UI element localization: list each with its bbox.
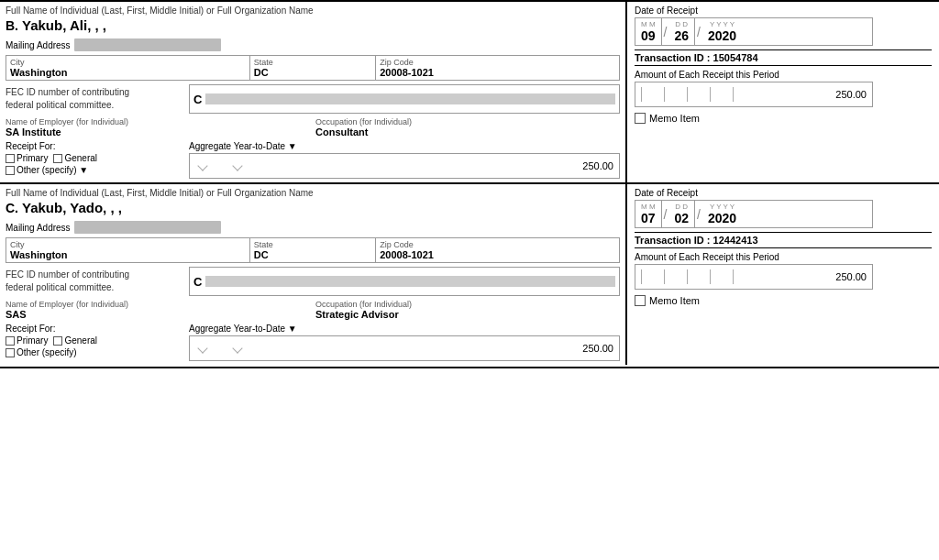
occ-block-c: Occupation (for Individual) Strategic Ad…: [315, 300, 620, 320]
date-yyyy-value-c: 2020: [708, 211, 736, 225]
cb-box-other-b: [6, 166, 15, 175]
agg-value-c: 250.00: [582, 343, 613, 354]
fec-c-c: C: [193, 275, 202, 289]
record-c: Full Name of Individual (Last, First, Mi…: [0, 182, 939, 365]
full-name-label-b: Full Name of Individual (Last, First, Mi…: [6, 5, 620, 16]
city-cell-b: City Washington: [6, 56, 250, 80]
city-cell-c: City Washington: [6, 238, 250, 262]
page: Full Name of Individual (Last, First, Mi…: [0, 0, 939, 560]
amount-ticks-b: [635, 82, 734, 106]
receipt-agg-row-b: Receipt For: Primary General: [6, 141, 620, 179]
agg-label-c: Aggregate Year-to-Date ▼: [189, 324, 620, 334]
date-box-c: M M 07 / D D 02 / Y Y Y Y 2020: [635, 200, 873, 228]
cb-box-general-b: [53, 154, 62, 163]
date-dd-mini-b: D D: [674, 20, 689, 28]
redacted-address-b: [74, 38, 221, 51]
employer-label-c: Name of Employer (for Individual): [6, 300, 310, 309]
zip-cell-c: Zip Code 20008-1021: [376, 238, 619, 262]
agg-ticks-b: [190, 154, 582, 178]
zip-label-c: Zip Code: [380, 240, 615, 249]
fec-inner-bar-b: [205, 93, 615, 104]
occ-value-c: Strategic Advisor: [315, 309, 620, 320]
checkbox-other-label-b: Other (specify) ▼: [17, 165, 88, 175]
amount-value-c: 250.00: [835, 271, 867, 282]
record-b-right: Date of Receipt M M 09 / D D 26 / Y Y Y …: [627, 2, 939, 182]
date-mm-mini-c: M M: [641, 203, 656, 211]
state-value-b: DC: [254, 67, 371, 78]
slash1-c: /: [662, 207, 669, 222]
date-mm-cell-b: M M 09: [635, 18, 662, 45]
receipt-for-label-c: Receipt For:: [6, 324, 189, 334]
city-value-c: Washington: [10, 249, 246, 260]
agg-value-b: 250.00: [582, 160, 613, 171]
employer-occ-row-b: Name of Employer (for Individual) SA Ins…: [6, 117, 620, 137]
amount-box-c: 250.00: [635, 264, 873, 290]
zip-cell-b: Zip Code 20008-1021: [376, 56, 619, 80]
checkbox-other-b: Other (specify) ▼: [6, 165, 88, 175]
checkbox-primary-b: Primary: [6, 153, 48, 163]
full-name-label-c: Full Name of Individual (Last, First, Mi…: [6, 188, 620, 198]
date-receipt-label-b: Date of Receipt: [635, 5, 932, 16]
state-label-b: State: [254, 58, 371, 67]
date-dd-mini-c: D D: [674, 203, 689, 211]
date-yy-mini-b: Y Y Y Y: [708, 20, 736, 28]
checkbox-other-c: Other (specify): [6, 347, 77, 357]
occ-label-b: Occupation (for Individual): [315, 117, 620, 126]
date-receipt-label-c: Date of Receipt: [635, 188, 932, 198]
redacted-address-c: [74, 221, 221, 234]
city-state-zip-c: City Washington State DC Zip Code 20008-…: [6, 237, 620, 263]
employer-label-b: Name of Employer (for Individual): [6, 117, 310, 126]
transaction-id-c: Transaction ID : 12442413: [635, 232, 932, 248]
fec-input-c: C: [189, 267, 620, 296]
amount-box-b: 250.00: [635, 82, 873, 107]
fec-row-b: FEC ID number of contributing federal po…: [6, 84, 620, 114]
bottom-border: [0, 365, 939, 368]
employer-block-b: Name of Employer (for Individual) SA Ins…: [6, 117, 315, 137]
record-b-left: Full Name of Individual (Last, First, Mi…: [0, 2, 627, 182]
cb-box-primary-c: [6, 336, 15, 346]
mailing-row-c: Mailing Address: [6, 221, 620, 234]
mailing-label-b: Mailing Address: [6, 40, 71, 50]
full-name-value-c: Yakub, Yado, , ,: [22, 200, 122, 215]
record-c-left: Full Name of Individual (Last, First, Mi…: [0, 184, 627, 365]
receipt-agg-row-c: Receipt For: Primary General: [6, 324, 620, 361]
date-mm-cell-c: M M 07: [635, 201, 662, 227]
record-letter-b: B.: [6, 18, 18, 33]
record-letter-c: C.: [6, 201, 18, 215]
employer-value-b: SA Institute: [6, 126, 310, 137]
date-dd-value-c: 02: [674, 211, 689, 225]
checkbox-general-c: General: [53, 335, 97, 346]
slash2-b: /: [695, 25, 702, 39]
employer-block-c: Name of Employer (for Individual) SAS: [6, 300, 315, 320]
memo-label-c: Memo Item: [649, 295, 700, 306]
agg-ticks-c: [190, 336, 582, 360]
record-b: Full Name of Individual (Last, First, Mi…: [0, 0, 939, 182]
mailing-label-c: Mailing Address: [6, 223, 71, 233]
zip-value-b: 20008-1021: [380, 67, 615, 78]
slash1-b: /: [662, 25, 669, 39]
date-mm-mini-b: M M: [641, 20, 656, 28]
fec-inner-bar-c: [205, 276, 615, 287]
checkbox-primary-c: Primary: [6, 335, 48, 346]
agg-input-b: 250.00: [189, 153, 620, 179]
date-dd-value-b: 26: [674, 28, 689, 43]
memo-label-b: Memo Item: [649, 113, 700, 124]
agg-input-c: 250.00: [189, 335, 620, 361]
checkbox-other-label-c: Other (specify): [17, 347, 77, 357]
memo-checkbox-c: [635, 295, 646, 306]
occ-block-b: Occupation (for Individual) Consultant: [315, 117, 620, 137]
agg-block-b: Aggregate Year-to-Date ▼ 250.00: [189, 141, 620, 179]
mailing-row-b: Mailing Address: [6, 38, 620, 51]
date-dd-cell-b: D D 26: [668, 18, 695, 45]
date-box-b: M M 09 / D D 26 / Y Y Y Y 2020: [635, 17, 873, 46]
receipt-for-block-c: Receipt For: Primary General: [6, 324, 189, 357]
city-value-b: Washington: [10, 67, 246, 78]
city-state-zip-b: City Washington State DC Zip Code 20008-…: [6, 55, 620, 81]
checkbox-primary-label-b: Primary: [17, 153, 48, 163]
record-c-right: Date of Receipt M M 07 / D D 02 / Y Y Y …: [627, 184, 939, 365]
receipt-for-label-b: Receipt For:: [6, 141, 189, 151]
checkbox-general-label-c: General: [64, 335, 97, 346]
state-cell-b: State DC: [250, 56, 376, 80]
date-yyyy-cell-c: Y Y Y Y 2020: [702, 201, 742, 227]
fec-label-c: FEC ID number of contributing federal po…: [6, 267, 189, 296]
